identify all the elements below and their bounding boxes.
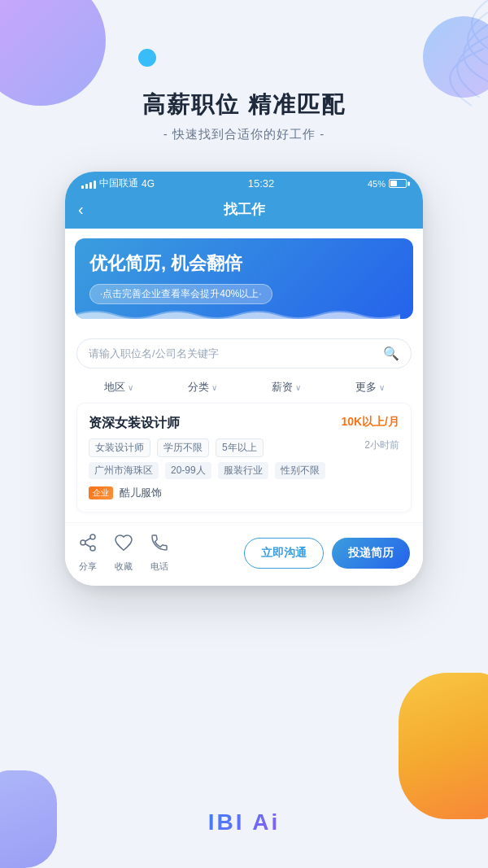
- battery-percent: 45%: [368, 179, 386, 189]
- banner-subtitle: ·点击完善企业查看率会提升40%以上·: [89, 284, 272, 304]
- job-card-header: 资深女装设计师 10K以上/月: [89, 415, 399, 432]
- phone-mockup: 中国联通 4G 15:32 45% ‹ 找工作 优化简历, 机会翻倍 ·点击完善…: [65, 172, 423, 586]
- status-right: 45%: [368, 179, 407, 189]
- nav-bar: ‹ 找工作: [65, 194, 423, 229]
- main-content: 高薪职位 精准匹配 - 快速找到合适你的好工作 - 中国联通 4G 15:32 …: [0, 0, 488, 586]
- status-left: 中国联通 4G: [81, 177, 155, 190]
- job-location: 广州市海珠区: [89, 462, 159, 479]
- status-bar: 中国联通 4G 15:32 45%: [65, 172, 423, 194]
- bottom-action-bar: 分享 收藏 电话: [65, 522, 423, 586]
- bottom-actions-left: 分享 收藏 电话: [78, 533, 244, 573]
- network-label: 4G: [142, 178, 155, 190]
- share-label: 分享: [79, 560, 97, 573]
- job-card[interactable]: 资深女装设计师 10K以上/月 女装设计师 学历不限 5年以上 2小时前 广州市…: [76, 403, 412, 513]
- filter-category-label: 分类: [188, 380, 209, 395]
- company-name: 酷儿服饰: [120, 486, 162, 500]
- share-action[interactable]: 分享: [78, 533, 98, 573]
- banner-wave: [75, 308, 400, 319]
- filter-more-label: 更多: [355, 380, 377, 395]
- search-area: 请输入职位名/公司名关键字 🔍: [65, 329, 423, 372]
- signal-bar-4: [94, 181, 96, 189]
- svg-line-3: [85, 544, 91, 547]
- job-salary: 10K以上/月: [341, 415, 399, 430]
- svg-point-0: [90, 534, 95, 539]
- chevron-down-icon-3: ∨: [295, 383, 301, 392]
- chevron-down-icon: ∨: [128, 383, 133, 392]
- filter-category[interactable]: 分类 ∨: [160, 380, 244, 395]
- battery-fill: [390, 181, 397, 186]
- sub-headline: - 快速找到合适你的好工作 -: [163, 127, 325, 142]
- enterprise-badge: 企业: [89, 486, 113, 499]
- status-time: 15:32: [248, 177, 275, 190]
- svg-line-4: [85, 539, 91, 542]
- signal-bar-3: [89, 182, 92, 189]
- job-gender: 性别不限: [275, 462, 325, 479]
- banner-title: 优化简历, 机会翻倍: [89, 251, 399, 276]
- apply-button[interactable]: 投递简历: [332, 538, 410, 569]
- heart-icon: [114, 533, 133, 557]
- app-logo: IBI Ai: [208, 809, 281, 835]
- battery-icon: [389, 179, 407, 188]
- phone-label: 电话: [150, 560, 168, 573]
- bg-decoration-bottom-left: [0, 770, 57, 868]
- job-post-time: 2小时前: [364, 438, 399, 457]
- job-tag-experience: 5年以上: [216, 438, 264, 457]
- banner[interactable]: 优化简历, 机会翻倍 ·点击完善企业查看率会提升40%以上·: [75, 238, 413, 319]
- chevron-down-icon-2: ∨: [211, 383, 217, 392]
- communicate-button[interactable]: 立即沟通: [244, 538, 324, 569]
- logo-area: IBI Ai: [208, 809, 281, 835]
- svg-point-1: [81, 540, 85, 545]
- job-company-row: 企业 酷儿服饰: [89, 486, 399, 500]
- share-icon: [78, 533, 98, 557]
- bottom-buttons: 立即沟通 投递简历: [244, 538, 410, 569]
- search-box[interactable]: 请输入职位名/公司名关键字 🔍: [76, 338, 412, 369]
- svg-point-2: [90, 546, 95, 551]
- job-title: 资深女装设计师: [89, 415, 180, 432]
- job-location-row: 广州市海珠区 20-99人 服装行业 性别不限: [89, 462, 399, 479]
- filter-row: 地区 ∨ 分类 ∨ 薪资 ∨ 更多 ∨: [65, 372, 423, 399]
- job-industry: 服装行业: [218, 462, 268, 479]
- favorite-action[interactable]: 收藏: [114, 533, 133, 573]
- filter-region[interactable]: 地区 ∨: [76, 380, 160, 395]
- filter-salary-label: 薪资: [272, 380, 293, 395]
- job-tags-row: 女装设计师 学历不限 5年以上 2小时前: [89, 438, 399, 457]
- filter-salary[interactable]: 薪资 ∨: [244, 380, 328, 395]
- phone-icon: [150, 533, 169, 557]
- search-placeholder: 请输入职位名/公司名关键字: [89, 347, 383, 361]
- chevron-down-icon-4: ∨: [379, 383, 385, 392]
- job-tag-type: 女装设计师: [89, 438, 150, 457]
- search-icon: 🔍: [383, 346, 399, 361]
- job-tag-education: 学历不限: [157, 438, 209, 457]
- job-company-size: 20-99人: [165, 462, 211, 479]
- signal-bar-2: [85, 184, 88, 189]
- back-button[interactable]: ‹: [78, 200, 84, 219]
- signal-bars: [81, 179, 96, 189]
- carrier-label: 中国联通: [99, 177, 138, 190]
- filter-more[interactable]: 更多 ∨: [328, 380, 412, 395]
- bg-decoration-bottom-right: [399, 673, 488, 819]
- nav-title: 找工作: [224, 200, 265, 219]
- main-headline: 高薪职位 精准匹配: [142, 89, 346, 120]
- favorite-label: 收藏: [115, 560, 133, 573]
- phone-action[interactable]: 电话: [150, 533, 169, 573]
- signal-bar-1: [81, 185, 84, 189]
- filter-region-label: 地区: [104, 380, 125, 395]
